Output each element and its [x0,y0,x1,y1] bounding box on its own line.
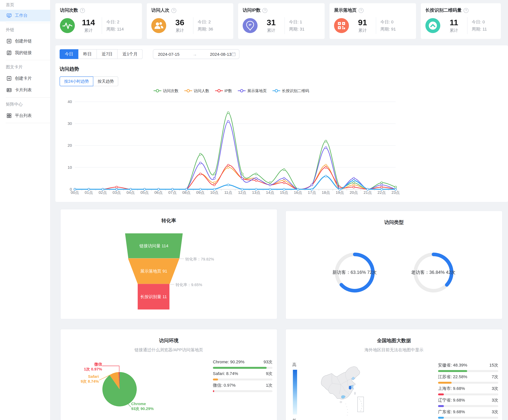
progress-fill [438,405,444,407]
donut-new-visitors: 新访客：63.16% 72次 [330,248,379,297]
progress-fill [438,393,444,395]
range-button[interactable]: 今日 [60,49,79,59]
map-title: 全国地图大数据 [286,338,502,344]
tab-daily-trend[interactable]: 按天趋势 [93,76,118,86]
ip-pin-icon: IP [243,18,258,33]
stat-card-title: 展示落地页 [334,8,357,13]
svg-text:40: 40 [67,99,72,104]
legend-item[interactable]: 长按识别二维码 [272,88,309,93]
sidebar-item-platform-list[interactable]: 平台列表 [0,110,50,121]
legend-marker-icon [215,89,223,92]
divider [376,17,376,34]
stat-card-title: 长按识别二维码量 [425,8,462,13]
help-icon[interactable]: ? [359,8,364,13]
legend-marker-icon [153,89,161,92]
help-icon[interactable]: ? [171,8,176,13]
stat-value: 91 [354,18,371,26]
stat-value-label: 累计 [171,27,188,33]
province-stats-list: 安徽省: 48.39%15次江苏省: 22.58%7次上海市: 9.68%3次辽… [438,363,498,420]
stat-today: 今日: 1 [289,18,305,26]
sidebar-item-label: 平台列表 [15,113,32,119]
list-item: 广东省: 9.68%3次 [438,409,498,419]
date-end[interactable]: 2024-08-13 [210,52,232,57]
stat-value: 36 [171,18,188,26]
sidebar-item-create-card[interactable]: 创建卡片 [0,73,50,84]
pie-callout-title: Safari [70,374,99,379]
help-icon[interactable]: ? [262,8,267,13]
list-label: Safari: 8.74% [213,371,238,376]
list-count: 3次 [492,409,498,414]
funnel-stage-landing: 展示落地页 91 [128,258,180,284]
sidebar-divider [6,97,50,98]
date-range-picker[interactable]: 2024-07-15 → 2024-08-13 [153,49,239,59]
list-label: 辽宁省: 9.68% [438,398,465,403]
main-content: 访问次数?114累计今日: 2周期: 114访问人次?36累计今日: 2周期: … [51,0,508,420]
pulse-icon [60,18,75,33]
stat-value-label: 累计 [446,27,462,33]
svg-text:18点: 18点 [322,190,330,195]
stat-period: 周期: 11 [472,26,487,33]
date-start[interactable]: 2024-07-15 [158,52,179,57]
svg-text:23点: 23点 [391,190,400,195]
stat-card: 访问次数?114累计今日: 2周期: 114 [55,3,142,39]
svg-text:00点: 00点 [71,190,79,195]
stat-card-title: 访问IP数 [243,8,261,13]
list-count: 3次 [492,386,498,391]
list-item: 安徽省: 48.39%15次 [438,363,498,372]
trend-line-chart: 01020304000点01点02点03点04点05点06点07点08点09点1… [60,97,403,195]
svg-text:21点: 21点 [364,190,372,195]
progress-track [438,417,498,419]
svg-text:03点: 03点 [112,190,121,195]
svg-text:07点: 07点 [168,190,177,195]
list-count: 93次 [264,359,272,364]
progress-track [438,370,498,372]
stat-value-label: 累计 [80,27,97,33]
donut-charts: 新访客：63.16% 72次 老访客：36.84% 42次 [286,248,502,297]
list-label: Chrome: 90.29% [213,359,244,364]
legend-item[interactable]: 访问次数 [153,88,178,93]
svg-text:IP: IP [249,23,252,26]
stat-period: 周期: 91 [380,26,396,33]
pie-callout-title: Chrome [131,402,154,406]
stat-card-title: 访问次数 [60,8,78,13]
svg-text:02点: 02点 [99,190,107,195]
svg-text:04点: 04点 [127,190,135,195]
sidebar-item-card-list[interactable]: 卡片列表 [0,84,50,96]
divider [284,17,285,34]
china-map-card: 全国地图大数据 海外地区目前无法在地图中显示 高 低 [285,329,502,420]
legend-label: 展示落地页 [247,88,267,93]
stat-today: 今日: 2 [106,18,124,26]
svg-text:10: 10 [67,165,72,170]
stat-value-label: 累计 [354,27,371,33]
sidebar-section-cards: 图文卡片 [0,62,50,73]
sidebar-divider [6,123,50,123]
conversion-funnel-card: 转化率 链接访问量 114 展示落地页 91 长按识别量 11 转化率：79.8… [60,209,277,319]
stat-card: 访问人次?36累计今日: 2周期: 36 [147,3,233,39]
svg-text:30: 30 [67,121,72,126]
trend-section-title: 访问趋势 [60,66,504,72]
funnel-stage-visits: 链接访问量 114 [125,233,183,258]
funnel-stage-label: 链接访问量 114 [139,243,168,249]
range-button[interactable]: 近1个月 [118,49,143,59]
list-label: 微信: 0.97% [213,383,236,388]
range-button[interactable]: 昨日 [78,49,97,59]
progress-fill [213,367,267,369]
sidebar-item-my-links[interactable]: 我的链接 [0,47,50,59]
env-title: 访问环境 [61,338,277,344]
range-button[interactable]: 近7日 [97,49,118,59]
help-icon[interactable]: ? [80,8,85,13]
visit-type-card: 访问类型 新访客：63.16% 72次 [285,210,502,319]
stat-period: 周期: 114 [106,26,124,33]
list-count: 1次 [266,383,272,388]
legend-item[interactable]: 访问人数 [184,88,209,93]
list-item: 微信: 0.97%1次 [213,383,272,392]
help-icon[interactable]: ? [463,8,469,13]
stat-value: 31 [263,18,279,26]
legend-item[interactable]: IP数 [215,88,232,93]
sidebar-item-workbench[interactable]: 工作台 [0,10,50,22]
tab-24h-trend[interactable]: 按24小时趋势 [60,76,94,86]
list-item: Safari: 8.74%9次 [213,371,272,381]
svg-text:11点: 11点 [224,190,232,195]
sidebar-item-create-extlink[interactable]: 创建外链 [0,35,50,47]
legend-item[interactable]: 展示落地页 [238,88,267,93]
